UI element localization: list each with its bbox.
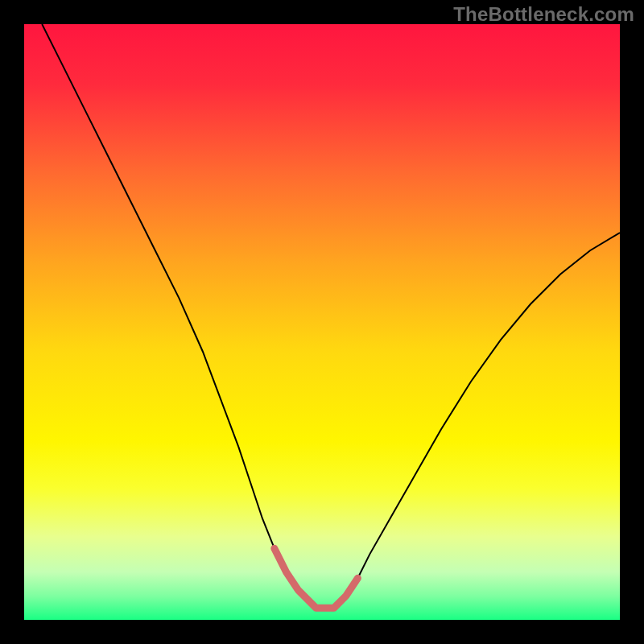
chart-svg [24, 24, 620, 620]
chart-frame: TheBottleneck.com [0, 0, 644, 644]
watermark-text: TheBottleneck.com [453, 3, 634, 26]
chart-background [24, 24, 620, 620]
chart-plot-area [24, 24, 620, 620]
